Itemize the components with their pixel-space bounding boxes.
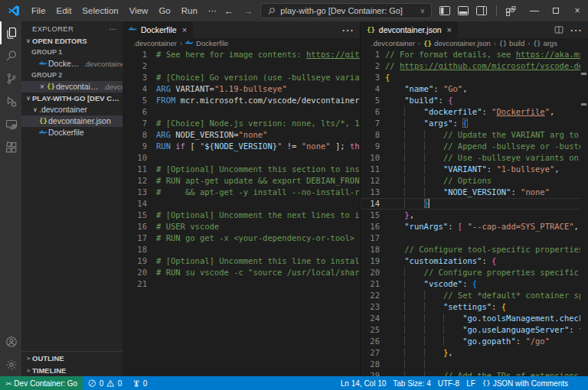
back-arrow-icon[interactable]: ← [222, 5, 235, 17]
text-cursor [429, 199, 430, 208]
tree-item-open-editors[interactable]: ∨OPEN EDITORS [21, 35, 122, 47]
language-mode[interactable]: {} JSON with Comments [482, 379, 568, 388]
explorer-sidebar: EXPLORER ⋯ ∨OPEN EDITORSGROUP 1Dockerfil… [21, 21, 122, 376]
menu-run[interactable]: Run [176, 6, 203, 15]
breadcrumb-item[interactable]: build [509, 39, 524, 47]
menu-file[interactable]: File [26, 6, 51, 15]
indentation[interactable]: Tab Size: 4 [393, 379, 430, 388]
forward-arrow-icon[interactable]: → [241, 5, 254, 17]
tree-item-dockerfile[interactable]: Dockerfile [21, 127, 122, 138]
line-number: 16 [361, 221, 385, 232]
close-button[interactable]: × [567, 0, 588, 21]
ports-indicator[interactable]: 0 [127, 379, 152, 388]
json-icon: {} [367, 26, 375, 34]
line-number: 21 [122, 278, 156, 290]
source-control-icon[interactable] [0, 67, 21, 90]
remote-explorer-icon[interactable] [0, 113, 21, 136]
menu-edit[interactable]: Edit [51, 6, 77, 15]
menu-[interactable]: ⋯ [203, 6, 223, 15]
language-label: JSON with Comments [493, 379, 568, 388]
code-line-2: 2 [122, 60, 360, 72]
divider [496, 5, 497, 16]
tree-item-dockerfile[interactable]: Dockerfile.devcontainer [21, 58, 122, 70]
braces-icon: {} [499, 40, 507, 47]
line-number: 3 [361, 72, 385, 83]
settings-icon[interactable] [0, 353, 21, 376]
cursor-position[interactable]: Ln 14, Col 10 [341, 379, 387, 388]
extensions-icon[interactable] [0, 136, 21, 159]
tab-dockerfile[interactable]: Dockerfile × [122, 21, 194, 38]
breadcrumb-item[interactable]: Dockerfile [196, 39, 228, 47]
close-tab-icon[interactable]: × [447, 25, 452, 34]
chevron-icon: ∨ [24, 35, 32, 47]
line-number: 8 [361, 129, 385, 141]
close-tab-icon[interactable]: × [182, 25, 187, 34]
section-outline[interactable]: >OUTLINE [21, 352, 122, 364]
explorer-more-actions-icon[interactable]: ⋯ [109, 24, 116, 33]
tree-item-.devcontainer[interactable]: ∨.devcontainer [21, 104, 122, 115]
section-timeline[interactable]: >TIMELINE [21, 364, 122, 376]
line-number: 11 [122, 164, 156, 175]
minimize-button[interactable]: — [524, 0, 545, 21]
eol-sequence[interactable]: LF [466, 379, 475, 388]
tree-item-play-with-go-dev-container-g...[interactable]: ∨PLAY-WITH-GO [DEV CONTAINER: G... [21, 93, 122, 104]
customize-layout-icon[interactable] [506, 6, 516, 16]
problems-indicator[interactable]: 0 0 [83, 379, 127, 388]
chevron-icon: ∨ [24, 93, 32, 104]
menu-selection[interactable]: Selection [77, 6, 123, 15]
tree-item-group-2[interactable]: GROUP 2 [21, 70, 122, 81]
code-editor-devcontainer-json[interactable]: 1// For format details, see https://aka.… [361, 48, 588, 376]
code-line-10: 10 [122, 152, 360, 164]
breadcrumb-separator: › [527, 40, 531, 47]
breadcrumb-item[interactable]: .devcontainer [133, 39, 177, 47]
remote-label: Dev Container: Go [14, 379, 77, 388]
code-editor-dockerfile[interactable]: 1# See here for image contents: https://… [122, 48, 360, 376]
toggle-secondary-sidebar-icon[interactable] [476, 6, 487, 15]
explorer-icon[interactable] [0, 21, 21, 44]
close-editor-icon[interactable]: × [38, 81, 46, 93]
split-editor-icon[interactable] [554, 25, 564, 34]
line-number: 17 [361, 232, 385, 244]
tree-item-devcontainer.json[interactable]: {}devcontainer.json [21, 115, 122, 127]
tab-devcontainer-json[interactable]: {} devcontainer.json × [361, 21, 459, 38]
code-line-11: 11# [Optional] Uncomment this section to… [122, 164, 360, 175]
line-number: 18 [361, 244, 385, 255]
tab-more-actions-icon[interactable]: ⋯ [570, 23, 582, 37]
toggle-sidebar-icon[interactable] [439, 6, 450, 15]
line-number: 20 [361, 267, 385, 278]
tab-more-actions-icon[interactable]: ⋯ [341, 23, 354, 37]
line-number: 2 [122, 60, 156, 72]
line-number: 19 [122, 255, 156, 267]
remote-indicator[interactable]: >< Dev Container: Go [0, 376, 83, 390]
menu-view[interactable]: View [124, 6, 154, 15]
code-line-14: 14 [122, 198, 360, 210]
code-line-1: 1# See here for image contents: https://… [122, 49, 360, 60]
encoding[interactable]: UTF-8 [438, 379, 459, 388]
account-icon[interactable] [0, 330, 21, 353]
breadcrumb-item[interactable]: args [543, 39, 557, 47]
tree-item-group-1[interactable]: GROUP 1 [21, 47, 122, 58]
code-line-8: 8ARG NODE_VERSION="none" [122, 129, 360, 141]
docker-icon [129, 25, 137, 35]
minimap[interactable] [580, 48, 588, 376]
breadcrumb[interactable]: .devcontainer›Dockerfile [122, 38, 360, 48]
braces-icon: {} [533, 40, 541, 47]
vscode-window: FileEditSelectionViewGoRun⋯ ← → play-wit… [0, 0, 588, 390]
tree-item-devcontainer.json[interactable]: ×{}devcontainer.json.devco... [21, 81, 122, 93]
command-center-search[interactable]: play-with-go [Dev Container: Go] ∨ [260, 3, 432, 18]
code-line-10: 10 // Use -bullseye variants on local ar… [361, 152, 588, 164]
code-line-20: 20 // Configure properties specific to V… [361, 267, 588, 278]
toggle-panel-icon[interactable] [458, 6, 469, 15]
maximize-button[interactable] [545, 0, 567, 21]
activity-bar [0, 21, 21, 376]
code-line-3: 3# [Choice] Go version (use -bullseye va… [122, 72, 360, 83]
line-number: 4 [122, 83, 156, 95]
breadcrumb-item[interactable]: .devcontainer [371, 39, 415, 47]
breadcrumb[interactable]: .devcontainer›{}devcontainer.json›{}buil… [361, 38, 588, 48]
code-line-18: 18 // Configure tool-specific properties… [361, 244, 588, 255]
search-icon[interactable] [0, 44, 21, 67]
menu-go[interactable]: Go [153, 6, 175, 15]
warning-icon [106, 379, 115, 388]
breadcrumb-item[interactable]: devcontainer.json [434, 39, 491, 47]
run-debug-icon[interactable] [0, 90, 21, 113]
